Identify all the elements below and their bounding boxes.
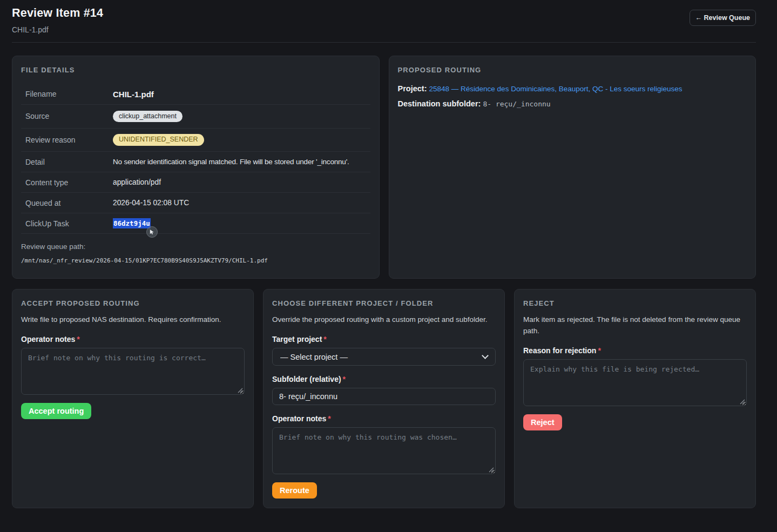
row-label: Content type [25,178,113,187]
reject-card: REJECT Mark item as rejected. The file i… [514,289,756,508]
reroute-notes-textarea[interactable] [272,427,496,474]
target-project-select-wrap: — Select project — [272,348,496,366]
review-item-page: Review Item #14 CHIL-1.pdf ← Review Queu… [0,0,777,519]
reroute-heading: CHOOSE DIFFERENT PROJECT / FOLDER [272,299,496,307]
queue-path-label: Review queue path: [21,243,370,251]
required-asterisk: * [598,346,600,355]
target-project-select[interactable]: — Select project — [272,348,496,366]
content-type-value: application/pdf [113,178,370,186]
file-details-card: FILE DETAILS Filename CHIL-1.pdf Source … [12,56,380,279]
table-row-filename: Filename CHIL-1.pdf [21,84,370,105]
reject-reason-label: Reason for rejection* [523,346,747,355]
row-label: Source [25,112,113,120]
file-details-heading: FILE DETAILS [21,66,370,74]
required-asterisk: * [328,414,330,423]
accept-notes-label-text: Operator notes [21,335,75,344]
accept-notes-wrap [21,348,245,395]
accept-heading: ACCEPT PROPOSED ROUTING [21,299,245,307]
row-label: Filename [25,90,113,98]
table-row-detail: Detail No sender identification signal m… [21,152,370,172]
required-asterisk: * [77,335,79,344]
page-subtitle: CHIL-1.pdf [12,25,103,34]
target-project-label-text: Target project [272,335,322,344]
reject-description: Mark item as rejected. The file is not d… [523,314,747,337]
action-cards-row: ACCEPT PROPOSED ROUTING Write file to pr… [12,289,756,508]
table-row-review-reason: Review reason UNIDENTIFIED_SENDER [21,129,370,152]
header-divider [12,42,756,43]
row-label: ClickUp Task [25,219,113,228]
proposed-routing-heading: PROPOSED ROUTING [398,66,747,74]
source-badge: clickup_attachment [113,111,183,123]
reroute-button[interactable]: Reroute [272,482,317,499]
reroute-notes-label-text: Operator notes [272,414,326,423]
required-asterisk: * [343,375,346,383]
reroute-notes-label: Operator notes* [272,414,496,423]
reroute-notes-wrap [272,427,496,474]
filename-value: CHIL-1.pdf [113,90,370,99]
table-row-source: Source clickup_attachment [21,105,370,129]
reject-reason-textarea[interactable] [523,359,747,406]
detail-value: No sender identification signal matched.… [113,158,370,166]
reject-reason-label-text: Reason for rejection [523,346,596,355]
row-label: Review reason [25,136,113,144]
review-reason-value: UNIDENTIFIED_SENDER [113,134,370,146]
destination-line: Destination subfolder: 8- reçu/_inconnu [398,99,747,108]
table-row-clickup-task: ClickUp Task 86dzt9j4u [21,213,370,234]
clickup-task-id[interactable]: 86dzt9j4u [113,218,151,228]
file-details-table: Filename CHIL-1.pdf Source clickup_attac… [21,84,370,234]
review-reason-badge: UNIDENTIFIED_SENDER [113,134,204,146]
top-cards-row: FILE DETAILS Filename CHIL-1.pdf Source … [12,56,756,279]
table-row-content-type: Content type application/pdf [21,172,370,193]
subfolder-input[interactable] [272,388,496,405]
required-asterisk: * [323,335,326,344]
accept-routing-card: ACCEPT PROPOSED ROUTING Write file to pr… [12,289,254,508]
page-header: Review Item #14 CHIL-1.pdf ← Review Queu… [12,6,756,34]
row-label: Queued at [25,199,113,207]
accept-routing-button[interactable]: Accept routing [21,403,91,419]
proposed-routing-card: PROPOSED ROUTING Project: 25848 — Réside… [389,56,756,279]
table-row-queued-at: Queued at 2026-04-15 02:08 UTC [21,193,370,213]
accept-description: Write file to proposed NAS destination. … [21,314,245,326]
destination-subfolder-value: 8- reçu/_inconnu [483,100,550,108]
reroute-description: Override the proposed routing with a cus… [272,314,496,326]
review-queue-back-button[interactable]: ← Review Queue [690,10,756,26]
reroute-card: CHOOSE DIFFERENT PROJECT / FOLDER Overri… [263,289,505,508]
subfolder-label: Subfolder (relative)* [272,375,496,383]
row-label: Detail [25,158,113,166]
reject-reason-wrap [523,359,747,406]
destination-subfolder-label: Destination subfolder: [398,99,481,108]
subfolder-label-text: Subfolder (relative) [272,375,341,383]
clickup-task-value: 86dzt9j4u [113,219,370,227]
queued-at-value: 2026-04-15 02:08 UTC [113,199,370,207]
cursor-icon [146,226,158,238]
accept-notes-textarea[interactable] [21,348,245,395]
project-link[interactable]: 25848 — Résidence des Dominicaines, Beau… [429,85,683,93]
queue-path-value: /mnt/nas/_nfr_review/2026-04-15/01KP7EC7… [21,257,370,264]
accept-notes-label: Operator notes* [21,335,245,344]
target-project-label: Target project* [272,335,496,344]
reject-button[interactable]: Reject [523,414,562,430]
source-value: clickup_attachment [113,111,370,123]
project-label: Project: [398,84,427,93]
page-title: Review Item #14 [12,6,103,20]
reject-heading: REJECT [523,299,747,307]
header-titles: Review Item #14 CHIL-1.pdf [12,6,103,34]
project-line: Project: 25848 — Résidence des Dominicai… [398,84,747,93]
